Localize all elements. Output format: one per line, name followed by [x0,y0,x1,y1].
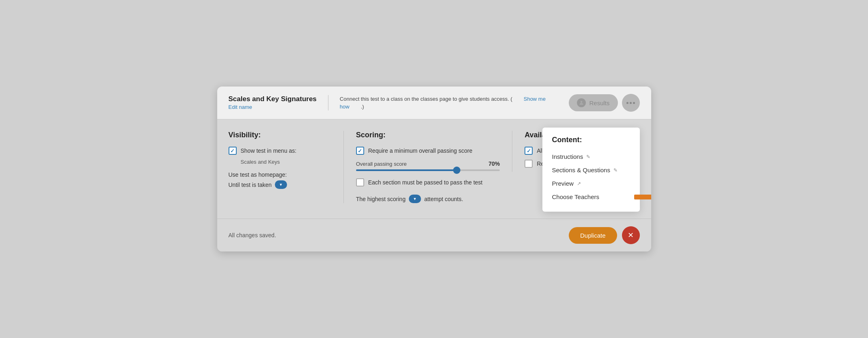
header-info-text: Connect this test to a class on the clas… [340,96,512,102]
check-icon: ✓ [230,148,235,154]
arrow-body [634,195,651,199]
edit-icon: ✎ [586,154,590,160]
allow-repetitions-checkbox[interactable]: ✓ [525,147,533,155]
show-test-checkbox[interactable]: ✓ [229,147,237,155]
attempt-row: The highest scoring ▾ attempt counts. [356,195,500,203]
header-left: Scales and Key Signatures Edit name [229,95,328,110]
results-label: Results [589,100,609,106]
content-item-preview[interactable]: Preview ↗ [552,177,630,190]
show-test-row: ✓ Show test in menu as: [229,147,331,155]
show-test-label: Show test in menu as: [241,147,297,154]
footer-buttons: Duplicate ✕ [569,226,640,244]
slider-fill [356,169,457,171]
edit-icon: ✎ [613,167,618,173]
slider-track[interactable] [356,169,500,171]
slider-label-row: Overall passing score 70% [356,160,500,167]
edit-name-link[interactable]: Edit name [229,104,253,110]
each-section-checkbox[interactable] [356,178,364,186]
svg-point-0 [581,101,583,103]
each-section-label: Each section must be passed to pass the … [368,179,483,186]
instructions-label: Instructions [552,153,583,160]
content-popup-title: Content: [552,136,630,144]
chevron-down-icon: ▾ [414,196,416,202]
require-passing-label: Require a minimum overall passing score [368,147,473,154]
header: Scales and Key Signatures Edit name Conn… [217,87,651,119]
close-button[interactable]: ✕ [622,226,640,244]
attempt-dropdown[interactable]: ▾ [409,195,421,203]
more-options-button[interactable] [622,94,640,112]
visibility-heading: Visibility: [229,131,331,139]
external-icon: ↗ [577,181,581,186]
check-icon: ✓ [527,148,531,154]
homepage-dropdown[interactable]: ▾ [275,180,287,189]
content-item-teachers[interactable]: Choose Teachers [552,190,630,204]
each-section-row: Each section must be passed to pass the … [356,178,500,186]
footer: All changes saved. Duplicate ✕ [217,219,651,251]
duplicate-button[interactable]: Duplicate [569,227,617,244]
slider-thumb[interactable] [453,167,460,174]
require-passing-checkbox[interactable]: ✓ [356,147,364,155]
header-info-end: .) [361,104,364,110]
sections-label: Sections & Questions [552,167,610,173]
homepage-label: Use test as homepage: [229,171,331,178]
main-container: Scales and Key Signatures Edit name Conn… [217,87,651,251]
test-title: Scales and Key Signatures [229,95,317,103]
choose-teachers-label: Choose Teachers [552,193,599,200]
highest-scoring-text: The highest scoring [356,196,406,202]
check-icon: ✓ [358,148,362,154]
dot3 [633,102,635,104]
arrow-container [634,191,651,203]
user-icon [577,98,586,107]
content-item-instructions[interactable]: Instructions ✎ [552,150,630,163]
saved-text: All changes saved. [229,232,276,238]
until-test-label: Until test is taken [229,182,272,188]
homepage-row: Use test as homepage: Until test is take… [229,171,331,189]
dot2 [630,102,632,104]
dot1 [626,102,628,104]
preview-label: Preview [552,180,574,187]
passing-score-container: Overall passing score 70% [356,160,500,171]
passing-score-pct: 70% [488,160,500,167]
require-passing-row: ✓ Require a minimum overall passing scor… [356,147,500,155]
scoring-section: Scoring: ✓ Require a minimum overall pas… [343,131,512,203]
header-actions: Results [569,94,639,112]
passing-score-label: Overall passing score [356,161,407,167]
attempt-counts-text: attempt counts. [424,196,463,202]
content-popup: Content: Instructions ✎ Sections & Quest… [542,128,640,212]
menu-name-label: Scales and Keys [241,159,331,165]
results-button[interactable]: Results [569,94,618,111]
require-password-checkbox[interactable] [525,160,533,168]
content-item-sections[interactable]: Sections & Questions ✎ [552,163,630,177]
header-info: Connect this test to a class on the clas… [328,95,569,111]
main-body: Visibility: ✓ Show test in menu as: Scal… [217,119,651,214]
chevron-down-icon: ▾ [280,182,282,187]
scoring-heading: Scoring: [356,131,500,139]
visibility-section: Visibility: ✓ Show test in menu as: Scal… [229,131,343,189]
